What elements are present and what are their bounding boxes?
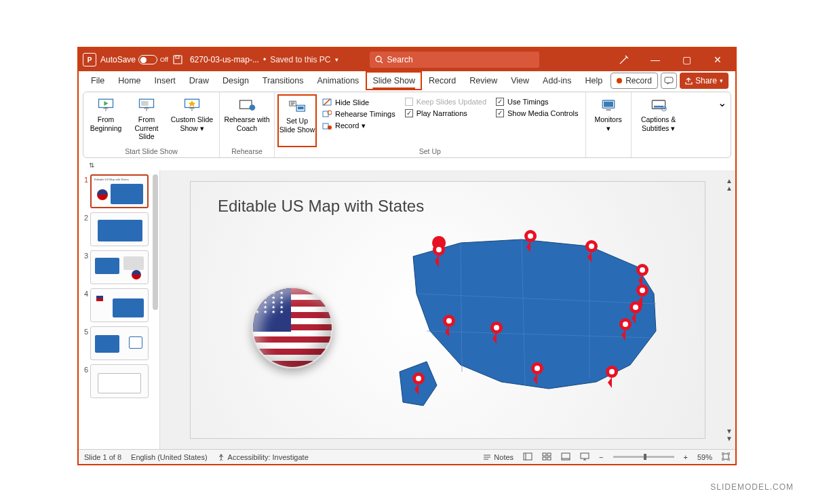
group-rehearse: Rehearse with Coach Rehearse — [220, 92, 275, 157]
fit-to-window-button[interactable] — [722, 452, 730, 462]
tab-view[interactable]: View — [504, 71, 536, 90]
monitors-button[interactable]: Monitors▾ — [589, 94, 628, 147]
thumbnail-scrollbar[interactable] — [152, 174, 159, 446]
svg-rect-0 — [174, 56, 182, 64]
use-timings-check[interactable]: ✓ Use Timings — [496, 98, 579, 106]
thumbnail-6[interactable]: 6 — [80, 364, 158, 398]
svg-rect-57 — [524, 453, 532, 460]
status-slide-count[interactable]: Slide 1 of 8 — [84, 453, 121, 461]
magic-icon[interactable] — [610, 48, 638, 71]
group-start-slideshow: From Beginning From Current Slide Custom… — [83, 92, 220, 157]
thumbnail-3[interactable]: 3 — [80, 250, 158, 284]
tab-animations[interactable]: Animations — [311, 71, 366, 90]
zoom-out-button[interactable]: − — [599, 453, 603, 461]
record-dot-icon — [617, 78, 622, 83]
svg-line-18 — [324, 99, 330, 105]
captions-icon — [649, 97, 668, 113]
use-timings-label: Use Timings — [507, 98, 549, 106]
svg-point-40 — [633, 305, 638, 310]
rehearse-coach-label: Rehearse with Coach — [222, 115, 271, 132]
status-language[interactable]: English (United States) — [131, 453, 208, 461]
custom-show-button[interactable]: Custom Slide Show ▾ — [168, 94, 216, 147]
zoom-in-button[interactable]: + — [684, 453, 688, 461]
tab-draw[interactable]: Draw — [182, 71, 216, 90]
play-narrations-check[interactable]: ✓ Play Narrations — [405, 109, 486, 117]
record-small-icon — [322, 122, 332, 130]
slide-thumbnails-panel: 1 Editable US Map with States 2 3 4 5 6 — [79, 170, 160, 449]
record-button[interactable]: Record — [610, 73, 658, 89]
coach-icon — [237, 97, 256, 113]
group-monitors: Monitors▾ — [586, 92, 632, 157]
menu-bar: File Home Insert Draw Design Transitions… — [79, 71, 735, 90]
rehearse-timings-button[interactable]: Rehearse Timings — [322, 110, 395, 118]
powerpoint-logo-icon: P — [83, 53, 96, 66]
close-button[interactable]: ✕ — [704, 48, 731, 71]
file-name[interactable]: 6270-03-us-map-... — [190, 55, 259, 64]
rehearse-coach-button[interactable]: Rehearse with Coach — [222, 94, 271, 147]
prev-slide-arrows[interactable]: ▲▲ — [726, 177, 733, 192]
share-label: Share — [695, 76, 717, 85]
tab-help[interactable]: Help — [578, 71, 609, 90]
search-input[interactable]: Search — [370, 52, 539, 68]
tab-design[interactable]: Design — [216, 71, 256, 90]
from-current-button[interactable]: From Current Slide — [127, 94, 166, 147]
show-media-label: Show Media Controls — [507, 109, 579, 117]
tab-record[interactable]: Record — [422, 71, 463, 90]
view-normal-button[interactable] — [523, 452, 532, 462]
autosave-toggle[interactable]: AutoSave Off — [100, 55, 168, 64]
thumbnail-1[interactable]: 1 Editable US Map with States — [80, 174, 158, 208]
status-accessibility[interactable]: Accessibility: Investigate — [217, 453, 309, 461]
zoom-value[interactable]: 59% — [697, 453, 712, 461]
view-reading-button[interactable] — [561, 452, 570, 462]
share-button[interactable]: Share ▾ — [680, 73, 729, 89]
svg-point-30 — [436, 247, 442, 252]
record-drop-button[interactable]: Record ▾ — [322, 121, 395, 130]
comments-button[interactable] — [661, 73, 677, 89]
hide-slide-label: Hide Slide — [335, 98, 369, 106]
tab-transitions[interactable]: Transitions — [256, 71, 311, 90]
monitor-icon — [599, 97, 618, 113]
tab-file[interactable]: File — [84, 71, 111, 90]
tab-insert[interactable]: Insert — [148, 71, 182, 90]
save-icon[interactable] — [172, 54, 183, 65]
thumbnail-4[interactable]: 4 — [80, 288, 158, 322]
captions-label: Captions & Subtitles ▾ — [634, 115, 683, 132]
slide-title-text[interactable]: Editable US Map with States — [218, 197, 424, 216]
show-media-check[interactable]: ✓ Show Media Controls — [496, 109, 579, 117]
group-captions: Captions & Subtitles ▾ — [632, 92, 686, 157]
svg-point-46 — [535, 366, 540, 371]
tab-addins[interactable]: Add-ins — [536, 71, 578, 90]
view-sorter-button[interactable] — [542, 452, 551, 462]
keep-updated-check: Keep Slides Updated — [405, 98, 486, 106]
svg-point-36 — [640, 267, 645, 273]
setup-slideshow-button[interactable]: Set Up Slide Show — [277, 94, 317, 147]
captions-button[interactable]: Captions & Subtitles ▾ — [634, 94, 683, 147]
from-beginning-button[interactable]: From Beginning — [86, 94, 125, 147]
thumbnail-5[interactable]: 5 — [80, 326, 158, 360]
slide-editor[interactable]: Editable US Map with States ★ ★ ★ ★★ ★ ★… — [160, 170, 735, 449]
us-map-shape[interactable] — [386, 229, 678, 419]
thumbnail-2[interactable]: 2 — [80, 212, 158, 246]
view-slideshow-button[interactable] — [580, 452, 589, 462]
svg-point-53 — [220, 454, 222, 456]
maximize-button[interactable]: ▢ — [673, 48, 700, 71]
slide-canvas[interactable]: Editable US Map with States ★ ★ ★ ★★ ★ ★… — [190, 181, 705, 439]
svg-rect-68 — [723, 454, 729, 459]
hide-slide-button[interactable]: Hide Slide — [322, 98, 395, 106]
saved-status[interactable]: Saved to this PC — [270, 55, 330, 64]
rehearse-timings-label: Rehearse Timings — [335, 110, 395, 118]
tab-home[interactable]: Home — [111, 71, 147, 90]
zoom-slider[interactable] — [613, 456, 674, 458]
us-flag-icon[interactable]: ★ ★ ★ ★★ ★ ★ ★★ ★ ★ ★★ ★ ★ ★★ ★ ★ ★ — [252, 287, 333, 368]
qat-overflow-icon[interactable]: ⇅ — [88, 161, 95, 170]
minimize-button[interactable]: — — [642, 48, 669, 71]
svg-point-32 — [528, 233, 533, 239]
tab-review[interactable]: Review — [463, 71, 504, 90]
tab-slide-show[interactable]: Slide Show — [366, 71, 422, 90]
ribbon-collapse-button[interactable]: ⌄ — [714, 92, 731, 157]
notes-button[interactable]: Notes — [483, 453, 513, 461]
setup-slideshow-label: Set Up Slide Show — [279, 117, 315, 134]
next-slide-arrows[interactable]: ▼▼ — [726, 427, 733, 442]
chevron-down-icon[interactable]: ▾ — [335, 56, 338, 63]
svg-point-42 — [623, 322, 628, 327]
